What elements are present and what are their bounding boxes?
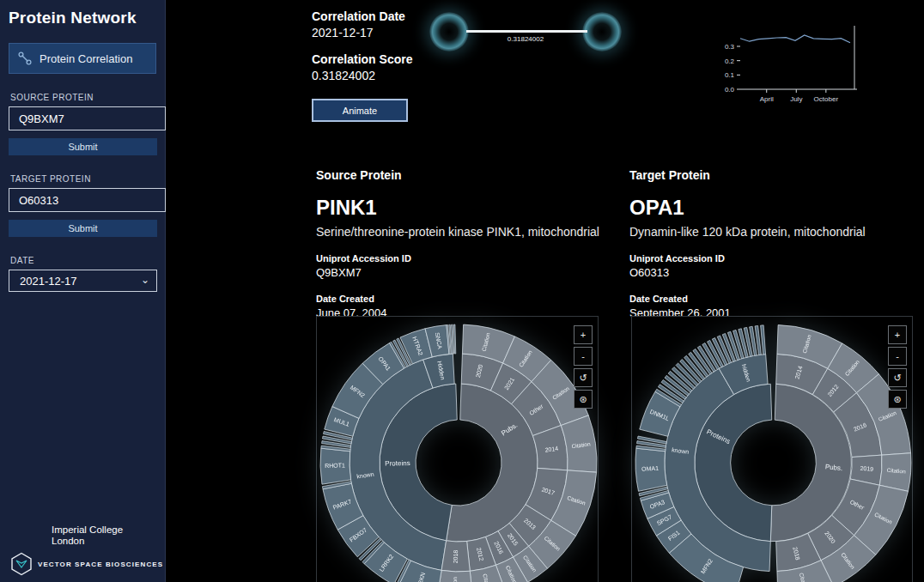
target-protein-panel: Target Protein OPA1 Dynamin-like 120 kDa… [629,168,913,319]
source-protein-panel: Source Protein PINK1 Serine/threonine-pr… [316,168,599,319]
chart-controls: + - ↺ ⊛ [888,325,907,409]
nav-label: Protein Correlation [40,52,132,65]
svg-text:0.2: 0.2 [725,58,735,65]
target-submit-button[interactable]: Submit [9,220,157,237]
date-created-label: Date Created [629,294,913,304]
svg-text:October: October [814,95,839,103]
correlation-date-value: 2021-12-17 [312,26,509,39]
source-protein-heading: Source Protein [316,168,599,182]
source-protein-input[interactable] [9,106,166,130]
correlation-date-label: Correlation Date [312,9,509,23]
correlation-block: Correlation Date 2021-12-17 Correlation … [312,9,509,122]
reset-view-button[interactable]: ↺ [574,368,593,387]
uniprot-id-value: O60313 [629,266,913,279]
svg-text:April: April [760,95,774,103]
zoom-in-button[interactable]: + [574,325,593,344]
date-select-value: 2021-12-17 [20,275,77,288]
correlation-score-label: Correlation Score [312,52,509,66]
correlation-score-value: 0.31824002 [312,69,509,82]
network-edge [466,30,587,33]
target-protein-description: Dynamin-like 120 kDa protein, mitochondr… [629,225,913,239]
svg-text:July: July [790,95,802,103]
vector-space-hexagon-logo [10,552,33,576]
molecule-icon [18,52,32,65]
svg-text:0.3: 0.3 [725,43,735,51]
chart-controls: + - ↺ ⊛ [574,325,593,409]
svg-text:2018: 2018 [453,550,459,564]
reset-view-button[interactable]: ↺ [888,368,907,387]
svg-text:0.1: 0.1 [725,71,735,79]
export-view-button[interactable]: ⊛ [574,390,593,409]
sidebar: Protein Network Protein Correlation SOUR… [0,0,166,582]
correlation-history-chart: 0.00.10.20.3AprilJulyOctober [711,21,883,111]
sunburst-chart-pink1[interactable]: Pubs.ProteinsknownHidden20202021Other201… [317,317,599,582]
source-protein-name: PINK1 [316,196,599,220]
target-protein-input[interactable] [9,188,166,212]
source-protein-label: SOURCE PROTEIN [10,93,155,102]
source-submit-button[interactable]: Submit [9,138,157,155]
sidebar-footer: Imperial College London VECTOR SPACE BIO… [0,524,166,578]
brand-name: VECTOR SPACE BIOSCIENCES [38,561,163,568]
chevron-down-icon: ⌄ [141,274,149,286]
svg-text:0.0: 0.0 [725,86,735,94]
target-protein-label: TARGET PROTEIN [10,174,155,184]
svg-text:OMA1: OMA1 [641,465,659,472]
target-protein-name: OPA1 [629,196,913,220]
svg-text:2019: 2019 [860,465,873,472]
network-node-target[interactable] [582,12,622,52]
zoom-out-button[interactable]: - [888,347,907,366]
imperial-college-logo-text: Imperial College London [52,524,166,548]
network-node-source[interactable] [429,12,469,52]
export-view-button[interactable]: ⊛ [888,390,907,409]
uniprot-id-label: Uniprot Accession ID [629,253,913,264]
date-select[interactable]: 2021-12-17 ⌄ [9,270,157,292]
uniprot-id-value: Q9BXM7 [316,266,599,279]
animate-button[interactable]: Animate [312,99,408,122]
zoom-in-button[interactable]: + [888,325,907,344]
sunburst-chart-opa1[interactable]: Pubs.Proteinsknownhidden2014201220162019… [632,317,914,582]
svg-text:Pubs.: Pubs. [824,463,842,472]
app-title: Protein Network [0,0,165,27]
target-sunburst-panel: Pubs.Proteinsknownhidden2014201220162019… [631,316,913,582]
network-edge-weight: 0.31824002 [483,35,568,43]
source-sunburst-panel: Pubs.ProteinsknownHidden20202021Other201… [316,316,599,582]
uniprot-id-label: Uniprot Accession ID [316,253,599,264]
date-created-label: Date Created [316,294,599,304]
svg-text:Proteins: Proteins [385,459,410,468]
svg-text:Citation: Citation [452,576,459,582]
svg-text:RHOT1: RHOT1 [325,462,345,469]
target-protein-heading: Target Protein [629,168,913,182]
date-label: DATE [10,256,155,265]
zoom-out-button[interactable]: - [574,347,593,366]
source-protein-description: Serine/threonine-protein kinase PINK1, m… [316,225,599,239]
nav-protein-correlation[interactable]: Protein Correlation [9,43,156,74]
